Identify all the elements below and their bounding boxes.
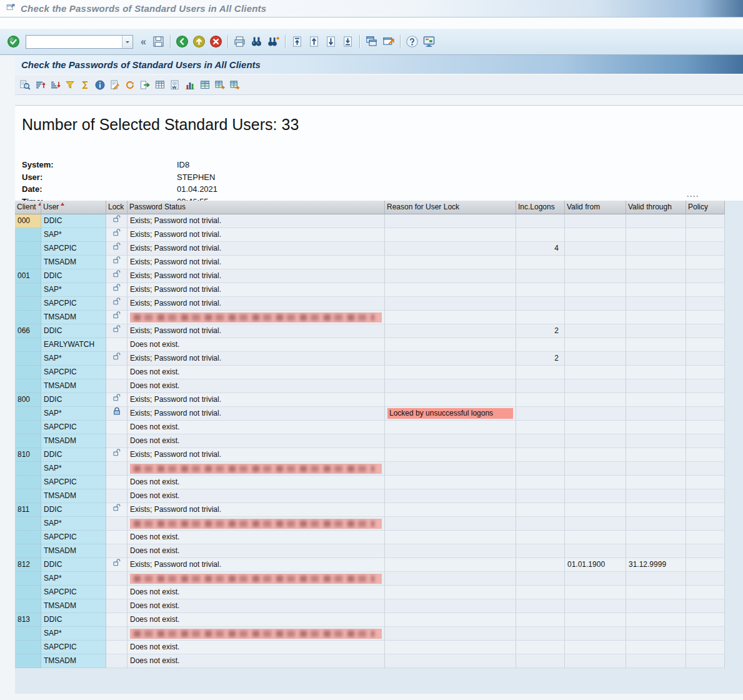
cell-password-status: Exists; Password not trivial. <box>127 393 385 407</box>
table-row[interactable]: SAPCPICDoes not exist. <box>15 421 725 434</box>
table-row[interactable]: TMSADMDoes not exist. <box>15 434 725 448</box>
info-label: User: <box>22 171 177 184</box>
first-page-button[interactable] <box>290 34 304 50</box>
cell-password-status: Does not exist. <box>127 434 385 448</box>
cell-lock <box>106 503 127 517</box>
cell-user: SAPCPIC <box>41 366 106 379</box>
spreadsheet-button[interactable] <box>154 77 166 93</box>
sort-ascending-button[interactable] <box>34 77 46 93</box>
refresh-button[interactable] <box>124 77 136 93</box>
table-row[interactable]: TMSADMExists; Password not trivial. <box>15 256 725 269</box>
cell-inc-logons <box>516 641 565 654</box>
customize-layout-button[interactable] <box>422 34 436 50</box>
table-row[interactable]: TMSADMDoes not exist. <box>15 544 725 558</box>
change-layout-button[interactable] <box>199 77 211 93</box>
redacted-status-text <box>130 312 382 322</box>
table-row[interactable]: SAP* <box>15 627 725 641</box>
change-log-button[interactable] <box>109 77 121 93</box>
table-row[interactable]: EARLYWATCHDoes not exist. <box>15 338 725 352</box>
table-row[interactable]: SAP*Exists; Password not trivial. <box>15 283 725 297</box>
back-button[interactable] <box>175 34 189 50</box>
find-next-button[interactable] <box>266 34 281 50</box>
cell-valid-from <box>565 407 626 421</box>
word-processing-button[interactable] <box>169 77 181 93</box>
new-session-button[interactable] <box>364 34 379 50</box>
select-layout-button[interactable] <box>214 77 226 93</box>
table-row[interactable]: 066DDICExists; Password not trivial.2 <box>15 324 725 338</box>
blur-smear <box>134 314 374 321</box>
table-row[interactable]: TMSADM <box>15 311 725 324</box>
save-button[interactable] <box>151 34 166 50</box>
table-body: 000DDICExists; Password not trivial.SAP*… <box>15 214 725 668</box>
help-button[interactable] <box>405 34 419 50</box>
table-row[interactable]: SAPCPICDoes not exist. <box>15 531 725 544</box>
table-row[interactable]: 812DDICExists; Password not trivial.01.0… <box>15 558 725 572</box>
command-field[interactable] <box>26 35 133 49</box>
column-header-policy[interactable]: Policy <box>686 201 725 214</box>
last-page-button[interactable] <box>341 34 355 50</box>
table-row[interactable]: 001DDICExists; Password not trivial. <box>15 269 725 283</box>
table-row[interactable]: TMSADMDoes not exist. <box>15 654 725 668</box>
table-row[interactable]: SAPCPICDoes not exist. <box>15 586 725 599</box>
table-row[interactable]: SAP* <box>15 517 725 531</box>
next-page-button[interactable] <box>324 34 338 50</box>
create-shortcut-button[interactable] <box>381 34 396 50</box>
cell-lock <box>106 517 127 531</box>
table-row[interactable]: 800DDICExists; Password not trivial. <box>15 393 725 407</box>
local-file-button[interactable] <box>139 77 151 93</box>
cell-lock <box>106 393 127 407</box>
table-row[interactable]: 811DDICExists; Password not trivial. <box>15 503 725 517</box>
find-button[interactable] <box>249 34 264 50</box>
table-row[interactable]: SAPCPICDoes not exist. <box>15 366 725 379</box>
info-button[interactable] <box>94 77 106 93</box>
table-row[interactable]: SAP*Exists; Password not trivial. <box>15 228 725 242</box>
exit-button[interactable] <box>192 34 206 50</box>
previous-page-button[interactable] <box>307 34 321 50</box>
cell-client: 800 <box>15 393 41 407</box>
save-layout-button[interactable] <box>229 77 241 93</box>
set-filter-button[interactable] <box>64 77 76 93</box>
drag-handle-dots[interactable]: ···· <box>687 192 699 201</box>
table-row[interactable]: SAPCPICDoes not exist. <box>15 641 725 654</box>
table-row[interactable]: SAP* <box>15 462 725 476</box>
cell-valid-from <box>565 338 626 352</box>
cell-inc-logons <box>516 489 565 503</box>
column-header-lock[interactable]: Lock <box>106 201 127 214</box>
column-header-client[interactable]: Client <box>15 201 41 214</box>
column-header-user[interactable]: User <box>41 201 106 214</box>
command-dropdown-button[interactable] <box>122 36 132 48</box>
table-row[interactable]: TMSADMDoes not exist. <box>15 489 725 503</box>
cell-lock <box>106 586 127 599</box>
column-header-password-status[interactable]: Password Status <box>127 201 385 214</box>
table-row[interactable]: SAP*Exists; Password not trivial.2 <box>15 352 725 366</box>
cell-lock <box>106 613 127 627</box>
table-row[interactable]: SAP* <box>15 572 725 586</box>
enter-button[interactable] <box>6 34 21 50</box>
table-row[interactable]: 813DDICDoes not exist. <box>15 613 725 627</box>
cell-password-status: Does not exist. <box>127 654 385 668</box>
toolbar-collapse-chevron[interactable]: « <box>141 36 146 48</box>
table-row[interactable]: 000DDICExists; Password not trivial. <box>15 214 725 228</box>
cell-password-status: Does not exist. <box>127 599 385 613</box>
table-row[interactable]: SAPCPICExists; Password not trivial.4 <box>15 242 725 256</box>
table-row[interactable]: TMSADMDoes not exist. <box>15 379 725 393</box>
choose-details-button[interactable] <box>19 77 31 93</box>
column-header-inc-logons[interactable]: Inc.Logons <box>516 201 565 214</box>
table-row[interactable]: TMSADMDoes not exist. <box>15 599 725 613</box>
table-row[interactable]: SAPCPICExists; Password not trivial. <box>15 297 725 311</box>
table-row[interactable]: SAP*Exists; Password not trivial.Locked … <box>15 407 725 421</box>
cancel-button[interactable] <box>209 34 223 50</box>
graphic-button[interactable] <box>184 77 196 93</box>
table-row[interactable]: SAPCPICDoes not exist. <box>15 476 725 489</box>
table-row[interactable]: 810DDICExists; Password not trivial. <box>15 448 725 462</box>
sort-descending-button[interactable] <box>49 77 61 93</box>
command-input[interactable] <box>26 36 122 48</box>
total-button[interactable] <box>79 77 91 93</box>
column-header-valid-through[interactable]: Valid through <box>626 201 686 214</box>
cell-lock <box>106 283 127 297</box>
column-header-valid-from[interactable]: Valid from <box>565 201 626 214</box>
window-titlebar: Check the Passwords of Standard Users in… <box>0 0 743 18</box>
print-button[interactable] <box>232 34 247 50</box>
cell-reason-for-user-lock <box>385 627 516 641</box>
column-header-reason-for-user-lock[interactable]: Reason for User Lock <box>385 201 516 214</box>
